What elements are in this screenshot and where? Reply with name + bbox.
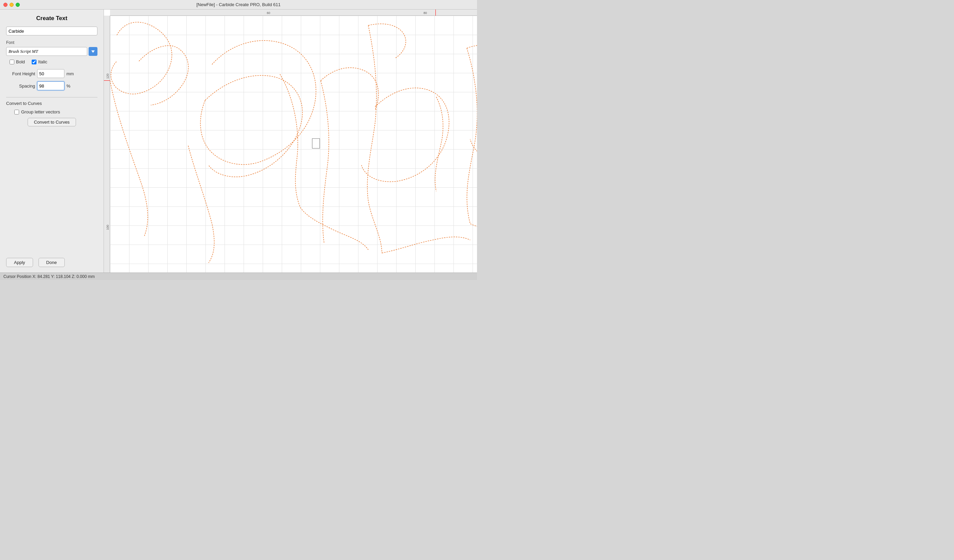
letter-r <box>300 68 378 250</box>
close-button[interactable] <box>3 3 8 7</box>
convert-to-curves-button[interactable]: Convert to Curves <box>28 118 76 126</box>
letter-b <box>362 24 449 253</box>
minimize-button[interactable] <box>9 3 14 7</box>
group-letter-row: Group letter vectors <box>6 109 97 114</box>
ruler-left-mark-120: 120 <box>106 73 109 79</box>
font-height-label: Font Height <box>6 71 35 76</box>
bold-label: Bold <box>16 59 25 64</box>
bold-checkbox[interactable] <box>9 60 14 64</box>
font-height-input[interactable] <box>37 69 64 78</box>
ruler-top: 60 80 <box>110 9 477 16</box>
font-height-unit: mm <box>67 71 74 76</box>
italic-label: Italic <box>38 59 47 64</box>
svg-marker-0 <box>91 50 95 53</box>
main-content: Create Text Font Bold Italic Font Height <box>0 9 477 272</box>
maximize-button[interactable] <box>16 3 20 7</box>
cursor-position: Cursor Position X: 84.281 Y: 118.104 Z: … <box>3 274 95 279</box>
done-button[interactable]: Done <box>39 258 65 267</box>
font-height-row: Font Height mm <box>6 69 97 78</box>
font-row <box>6 47 97 56</box>
panel-title: Create Text <box>6 15 97 22</box>
letter-c <box>110 22 189 237</box>
canvas-svg <box>110 16 477 272</box>
text-input[interactable] <box>6 26 97 36</box>
group-letter-label: Group letter vectors <box>21 109 60 114</box>
italic-checkbox-label[interactable]: Italic <box>32 59 47 64</box>
left-panel: Create Text Font Bold Italic Font Height <box>0 9 104 272</box>
style-checkboxes: Bold Italic <box>6 59 97 64</box>
action-buttons: Apply Done <box>6 251 97 267</box>
convert-section-label: Convert to Curves <box>6 101 97 106</box>
italic-checkbox[interactable] <box>32 60 36 64</box>
spacing-label: Spacing <box>6 84 35 89</box>
title-bar: [NewFile] - Carbide Create PRO, Build 61… <box>0 0 477 9</box>
selection-rect-1 <box>312 138 320 149</box>
canvas-area: 60 80 120 100 <box>104 9 477 272</box>
ruler-red-marker-h <box>104 80 110 81</box>
chevron-down-icon <box>91 50 95 53</box>
font-dropdown-button[interactable] <box>89 47 97 56</box>
window-title: [NewFile] - Carbide Create PRO, Build 61… <box>196 2 281 7</box>
spacing-unit: % <box>67 84 70 89</box>
font-label: Font <box>6 40 97 45</box>
status-bar: Cursor Position X: 84.281 Y: 118.104 Z: … <box>0 272 477 280</box>
group-letter-checkbox[interactable] <box>14 110 19 114</box>
ruler-red-marker-v <box>435 9 436 16</box>
spacing-row: Spacing % <box>6 81 97 90</box>
font-select[interactable] <box>6 47 87 56</box>
ruler-top-mark-80: 80 <box>424 11 427 15</box>
canvas-grid <box>110 16 477 272</box>
letter-d <box>467 45 477 229</box>
ruler-left: 120 100 <box>104 16 110 272</box>
ruler-left-mark-100: 100 <box>106 225 109 230</box>
traffic-lights <box>3 3 20 7</box>
letter-i <box>382 97 470 253</box>
ruler-top-mark-60: 60 <box>267 11 270 15</box>
letter-a <box>188 40 316 263</box>
apply-button[interactable]: Apply <box>6 258 33 267</box>
spacing-input[interactable] <box>37 81 64 90</box>
bold-checkbox-label[interactable]: Bold <box>9 59 25 64</box>
